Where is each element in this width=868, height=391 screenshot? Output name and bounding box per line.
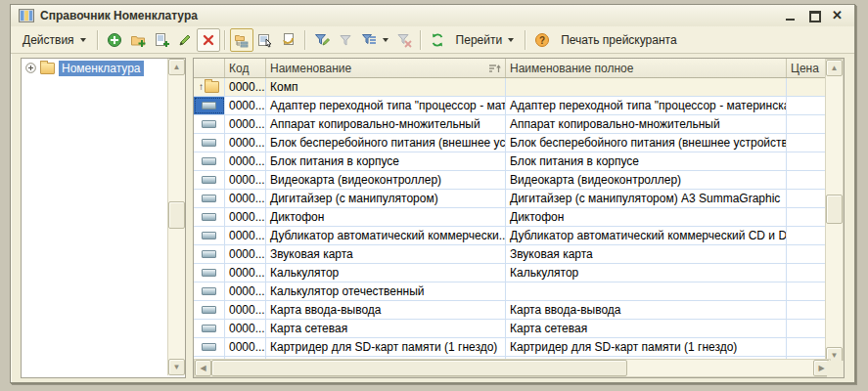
- cell-code[interactable]: 0000...: [225, 320, 266, 337]
- actions-button[interactable]: Действия: [16, 28, 93, 52]
- cell-price[interactable]: [787, 264, 827, 282]
- row-icon-cell[interactable]: [194, 190, 225, 207]
- cell-name[interactable]: Калькулятор: [266, 264, 506, 282]
- cell-name[interactable]: Калькулятор отечественный: [266, 282, 506, 300]
- filter-clear-button[interactable]: [392, 28, 416, 52]
- cell-price[interactable]: [787, 134, 827, 152]
- delete-button[interactable]: [197, 28, 220, 52]
- table-row[interactable]: 0000...Адаптер переходной типа "процессо…: [194, 97, 829, 115]
- cell-full-name[interactable]: Карта ввода-вывода: [506, 301, 787, 319]
- grid-vertical-scrollbar[interactable]: ▲ ▼: [825, 59, 844, 365]
- column-header-price[interactable]: Цена: [787, 59, 827, 77]
- cell-price[interactable]: [787, 227, 827, 244]
- maximize-button[interactable]: [808, 10, 820, 22]
- cell-price[interactable]: [787, 190, 827, 207]
- table-row[interactable]: 0000...Блок питания в корпусеБлок питани…: [194, 152, 829, 171]
- cell-code[interactable]: 0000...: [225, 338, 266, 356]
- cell-code[interactable]: 0000...: [225, 227, 266, 244]
- cell-full-name[interactable]: [506, 282, 787, 300]
- column-header-name[interactable]: Наименование: [266, 59, 506, 77]
- cell-name[interactable]: Звуковая карта: [266, 245, 506, 263]
- cell-price[interactable]: [787, 282, 827, 300]
- row-icon-cell[interactable]: ↑: [194, 78, 225, 96]
- cell-price[interactable]: [787, 115, 827, 133]
- cell-full-name[interactable]: Блок питания в корпусе: [506, 152, 787, 170]
- cell-name[interactable]: Видеокарта (видеоконтроллер): [266, 171, 506, 189]
- scroll-up-button[interactable]: ▲: [168, 59, 185, 75]
- cell-name[interactable]: Карта сетевая: [266, 320, 506, 337]
- hierarchical-view-button[interactable]: [230, 28, 253, 52]
- cell-code[interactable]: 0000...: [225, 301, 266, 319]
- cell-full-name[interactable]: Карта сетевая: [506, 320, 787, 337]
- table-row[interactable]: 0000...Звуковая картаЗвуковая карта: [194, 245, 829, 264]
- row-icon-cell[interactable]: [194, 208, 225, 226]
- cell-full-name[interactable]: Адаптер переходной типа "процессор - мат…: [506, 97, 787, 114]
- filter-history-button[interactable]: [357, 28, 392, 52]
- table-row[interactable]: 0000...Калькулятор отечественный: [194, 282, 829, 301]
- scrollbar-thumb[interactable]: [168, 201, 185, 229]
- filter-by-value-button[interactable]: [334, 28, 357, 52]
- scrollbar-thumb[interactable]: [211, 360, 627, 376]
- cell-full-name[interactable]: Звуковая карта: [506, 245, 787, 263]
- add-group-button[interactable]: [126, 28, 150, 52]
- cell-name[interactable]: Аппарат копировально-множительный: [266, 115, 506, 133]
- cell-price[interactable]: [787, 208, 827, 226]
- cell-full-name[interactable]: Аппарат копировально-множительный: [506, 115, 787, 133]
- tree-vertical-scrollbar[interactable]: ▲ ▼: [167, 59, 185, 375]
- table-row[interactable]: 0000...КалькуляторКалькулятор: [194, 264, 829, 282]
- row-icon-cell[interactable]: [194, 264, 225, 282]
- cell-price[interactable]: [787, 152, 827, 170]
- row-icon-cell[interactable]: [194, 115, 225, 133]
- table-row[interactable]: 0000...Видеокарта (видеоконтроллер)Видео…: [194, 171, 829, 190]
- row-icon-cell[interactable]: [194, 320, 225, 337]
- cell-full-name[interactable]: Видеокарта (видеоконтроллер): [506, 171, 787, 189]
- row-icon-cell[interactable]: [194, 245, 225, 263]
- cell-name[interactable]: Комп: [266, 78, 506, 96]
- row-icon-cell[interactable]: [194, 171, 225, 189]
- add-button[interactable]: [103, 28, 126, 52]
- tree-item-nomenklatura[interactable]: Номенклатура: [22, 59, 185, 77]
- cell-name[interactable]: Картридер для SD-карт памяти (1 гнездо): [266, 338, 506, 356]
- cell-price[interactable]: [787, 171, 827, 189]
- cell-name[interactable]: Блок питания в корпусе: [266, 152, 506, 170]
- cell-name[interactable]: Адаптер переходной типа "процессор - мат…: [266, 97, 506, 114]
- edit-button[interactable]: [173, 28, 197, 52]
- row-icon-cell[interactable]: [194, 134, 225, 152]
- cell-price[interactable]: [787, 338, 827, 356]
- cell-code[interactable]: 0000...: [225, 208, 266, 226]
- cell-code[interactable]: 0000...: [225, 115, 266, 133]
- cell-price[interactable]: [787, 320, 827, 337]
- minimize-button[interactable]: [785, 10, 797, 22]
- scroll-down-button[interactable]: ▼: [168, 359, 185, 375]
- table-row[interactable]: 0000...Дигитайзер (с манипулятором)Дигит…: [194, 190, 829, 208]
- table-row[interactable]: 0000...Дубликатор автоматический коммерч…: [194, 227, 829, 245]
- cell-code[interactable]: 0000...: [225, 282, 266, 300]
- cell-name[interactable]: Дубликатор автоматический коммерчески...: [266, 227, 506, 244]
- cell-full-name[interactable]: Блок бесперебойного питания (внешнее уст…: [506, 134, 787, 152]
- scrollbar-thumb[interactable]: [826, 195, 843, 224]
- go-button[interactable]: Перейти: [449, 28, 522, 52]
- cell-full-name[interactable]: Диктофон: [506, 208, 787, 226]
- cell-code[interactable]: 0000...: [225, 171, 266, 189]
- refresh-button[interactable]: [426, 28, 449, 52]
- cell-name[interactable]: Диктофон: [266, 208, 506, 226]
- row-icon-cell[interactable]: [194, 152, 225, 170]
- row-icon-cell[interactable]: [194, 227, 225, 244]
- cell-code[interactable]: 0000...: [225, 134, 266, 152]
- cell-code[interactable]: 0000...: [225, 97, 266, 114]
- grid-horizontal-scrollbar[interactable]: ◀ ▶: [194, 359, 831, 377]
- cell-price[interactable]: [787, 245, 827, 263]
- cell-full-name[interactable]: Калькулятор: [506, 264, 787, 282]
- table-row[interactable]: 0000...Блок бесперебойного питания (внеш…: [194, 134, 829, 152]
- cell-name[interactable]: Блок бесперебойного питания (внешнее ус.…: [266, 134, 506, 152]
- scroll-up-button[interactable]: ▲: [826, 60, 843, 76]
- cell-price[interactable]: [787, 78, 827, 96]
- cell-code[interactable]: 0000...: [225, 190, 266, 207]
- column-header-full-name[interactable]: Наименование полное: [506, 59, 787, 77]
- row-icon-cell[interactable]: [194, 301, 225, 319]
- cell-code[interactable]: 0000...: [225, 245, 266, 263]
- cell-code[interactable]: 0000...: [225, 264, 266, 282]
- cell-full-name[interactable]: Дигитайзер (с манипулятором) A3 SummaGra…: [506, 190, 787, 207]
- current-cell[interactable]: [194, 97, 225, 114]
- help-button[interactable]: ?: [530, 28, 554, 52]
